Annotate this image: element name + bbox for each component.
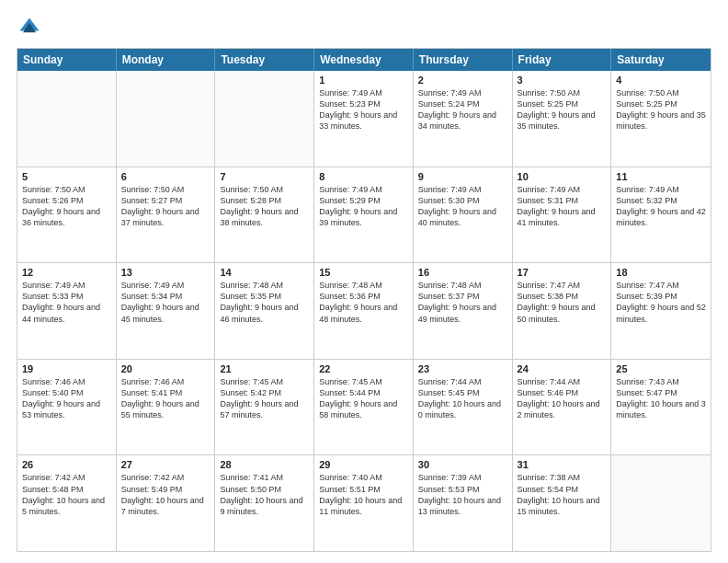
calendar: SundayMondayTuesdayWednesdayThursdayFrid… [17, 48, 711, 552]
day-number: 29 [319, 459, 408, 470]
calendar-header: SundayMondayTuesdayWednesdayThursdayFrid… [17, 49, 711, 71]
day-number: 21 [220, 363, 309, 374]
day-number: 6 [121, 171, 210, 182]
weekday-header: Saturday [611, 49, 711, 71]
cell-text: Sunrise: 7:50 AM Sunset: 5:26 PM Dayligh… [22, 184, 111, 229]
cell-text: Sunrise: 7:38 AM Sunset: 5:54 PM Dayligh… [518, 472, 607, 517]
calendar-cell: 9Sunrise: 7:49 AM Sunset: 5:30 PM Daylig… [414, 167, 513, 263]
day-number: 11 [616, 171, 706, 182]
day-number: 1 [319, 75, 408, 86]
cell-text: Sunrise: 7:45 AM Sunset: 5:44 PM Dayligh… [319, 376, 408, 421]
day-number: 25 [616, 363, 706, 374]
calendar-cell: 3Sunrise: 7:50 AM Sunset: 5:25 PM Daylig… [513, 71, 612, 167]
day-number: 12 [22, 267, 111, 278]
cell-text: Sunrise: 7:48 AM Sunset: 5:35 PM Dayligh… [220, 280, 309, 325]
calendar-cell: 11Sunrise: 7:49 AM Sunset: 5:32 PM Dayli… [611, 167, 711, 263]
calendar-cell: 1Sunrise: 7:49 AM Sunset: 5:23 PM Daylig… [314, 71, 414, 167]
cell-text: Sunrise: 7:48 AM Sunset: 5:37 PM Dayligh… [418, 280, 507, 325]
calendar-cell: 10Sunrise: 7:49 AM Sunset: 5:31 PM Dayli… [513, 167, 612, 263]
day-number: 20 [121, 363, 210, 374]
day-number: 28 [220, 459, 309, 470]
cell-text: Sunrise: 7:49 AM Sunset: 5:29 PM Dayligh… [319, 184, 408, 229]
day-number: 15 [319, 267, 408, 278]
cell-text: Sunrise: 7:42 AM Sunset: 5:48 PM Dayligh… [22, 472, 111, 517]
day-number: 31 [518, 459, 607, 470]
calendar-row: 1Sunrise: 7:49 AM Sunset: 5:23 PM Daylig… [17, 71, 711, 167]
calendar-cell [17, 71, 117, 167]
day-number: 18 [616, 267, 706, 278]
cell-text: Sunrise: 7:39 AM Sunset: 5:53 PM Dayligh… [418, 472, 507, 517]
calendar-cell: 29Sunrise: 7:40 AM Sunset: 5:51 PM Dayli… [314, 455, 414, 551]
day-number: 19 [22, 363, 111, 374]
day-number: 24 [518, 363, 607, 374]
calendar-cell: 6Sunrise: 7:50 AM Sunset: 5:27 PM Daylig… [117, 167, 216, 263]
cell-text: Sunrise: 7:47 AM Sunset: 5:38 PM Dayligh… [518, 280, 607, 325]
day-number: 7 [220, 171, 309, 182]
calendar-cell [117, 71, 216, 167]
calendar-body: 1Sunrise: 7:49 AM Sunset: 5:23 PM Daylig… [17, 71, 711, 551]
header [17, 15, 711, 40]
calendar-cell: 15Sunrise: 7:48 AM Sunset: 5:36 PM Dayli… [314, 263, 414, 359]
day-number: 10 [518, 171, 607, 182]
day-number: 8 [319, 171, 408, 182]
day-number: 4 [616, 75, 706, 86]
day-number: 30 [418, 459, 507, 470]
day-number: 14 [220, 267, 309, 278]
calendar-cell: 20Sunrise: 7:46 AM Sunset: 5:41 PM Dayli… [117, 360, 216, 455]
calendar-cell: 13Sunrise: 7:49 AM Sunset: 5:34 PM Dayli… [117, 263, 216, 359]
day-number: 17 [518, 267, 607, 278]
day-number: 27 [121, 459, 210, 470]
calendar-row: 5Sunrise: 7:50 AM Sunset: 5:26 PM Daylig… [17, 167, 711, 263]
calendar-cell: 16Sunrise: 7:48 AM Sunset: 5:37 PM Dayli… [414, 263, 513, 359]
calendar-cell: 19Sunrise: 7:46 AM Sunset: 5:40 PM Dayli… [17, 360, 117, 455]
cell-text: Sunrise: 7:49 AM Sunset: 5:31 PM Dayligh… [518, 184, 607, 229]
calendar-cell [215, 71, 314, 167]
calendar-cell: 23Sunrise: 7:44 AM Sunset: 5:45 PM Dayli… [414, 360, 513, 455]
calendar-cell: 5Sunrise: 7:50 AM Sunset: 5:26 PM Daylig… [17, 167, 117, 263]
calendar-cell: 27Sunrise: 7:42 AM Sunset: 5:49 PM Dayli… [117, 455, 216, 551]
cell-text: Sunrise: 7:50 AM Sunset: 5:25 PM Dayligh… [616, 87, 706, 132]
calendar-cell: 18Sunrise: 7:47 AM Sunset: 5:39 PM Dayli… [611, 263, 711, 359]
weekday-header: Thursday [414, 49, 513, 71]
page: SundayMondayTuesdayWednesdayThursdayFrid… [0, 0, 728, 563]
day-number: 16 [418, 267, 507, 278]
weekday-header: Tuesday [215, 49, 314, 71]
calendar-cell: 17Sunrise: 7:47 AM Sunset: 5:38 PM Dayli… [513, 263, 612, 359]
cell-text: Sunrise: 7:46 AM Sunset: 5:41 PM Dayligh… [121, 376, 210, 421]
day-number: 13 [121, 267, 210, 278]
calendar-row: 19Sunrise: 7:46 AM Sunset: 5:40 PM Dayli… [17, 359, 711, 455]
calendar-cell: 14Sunrise: 7:48 AM Sunset: 5:35 PM Dayli… [215, 263, 314, 359]
day-number: 23 [418, 363, 507, 374]
day-number: 26 [22, 459, 111, 470]
weekday-header: Monday [117, 49, 216, 71]
calendar-cell: 22Sunrise: 7:45 AM Sunset: 5:44 PM Dayli… [314, 360, 414, 455]
calendar-row: 26Sunrise: 7:42 AM Sunset: 5:48 PM Dayli… [17, 454, 711, 551]
day-number: 2 [418, 75, 507, 86]
calendar-cell: 21Sunrise: 7:45 AM Sunset: 5:42 PM Dayli… [215, 360, 314, 455]
day-number: 22 [319, 363, 408, 374]
cell-text: Sunrise: 7:49 AM Sunset: 5:30 PM Dayligh… [418, 184, 507, 229]
weekday-header: Friday [513, 49, 612, 71]
calendar-cell: 24Sunrise: 7:44 AM Sunset: 5:46 PM Dayli… [513, 360, 612, 455]
cell-text: Sunrise: 7:42 AM Sunset: 5:49 PM Dayligh… [121, 472, 210, 517]
cell-text: Sunrise: 7:46 AM Sunset: 5:40 PM Dayligh… [22, 376, 111, 421]
weekday-header: Wednesday [314, 49, 414, 71]
cell-text: Sunrise: 7:49 AM Sunset: 5:24 PM Dayligh… [418, 87, 507, 132]
calendar-cell: 2Sunrise: 7:49 AM Sunset: 5:24 PM Daylig… [414, 71, 513, 167]
calendar-cell: 31Sunrise: 7:38 AM Sunset: 5:54 PM Dayli… [513, 455, 612, 551]
cell-text: Sunrise: 7:50 AM Sunset: 5:27 PM Dayligh… [121, 184, 210, 229]
calendar-cell: 12Sunrise: 7:49 AM Sunset: 5:33 PM Dayli… [17, 263, 117, 359]
calendar-row: 12Sunrise: 7:49 AM Sunset: 5:33 PM Dayli… [17, 262, 711, 359]
cell-text: Sunrise: 7:44 AM Sunset: 5:46 PM Dayligh… [518, 376, 607, 421]
cell-text: Sunrise: 7:49 AM Sunset: 5:23 PM Dayligh… [319, 87, 408, 132]
calendar-cell: 8Sunrise: 7:49 AM Sunset: 5:29 PM Daylig… [314, 167, 414, 263]
cell-text: Sunrise: 7:49 AM Sunset: 5:32 PM Dayligh… [616, 184, 706, 229]
calendar-cell: 28Sunrise: 7:41 AM Sunset: 5:50 PM Dayli… [215, 455, 314, 551]
cell-text: Sunrise: 7:41 AM Sunset: 5:50 PM Dayligh… [220, 472, 309, 517]
day-number: 9 [418, 171, 507, 182]
cell-text: Sunrise: 7:48 AM Sunset: 5:36 PM Dayligh… [319, 280, 408, 325]
calendar-cell: 30Sunrise: 7:39 AM Sunset: 5:53 PM Dayli… [414, 455, 513, 551]
day-number: 5 [22, 171, 111, 182]
logo-icon [17, 15, 42, 40]
cell-text: Sunrise: 7:47 AM Sunset: 5:39 PM Dayligh… [616, 280, 706, 325]
